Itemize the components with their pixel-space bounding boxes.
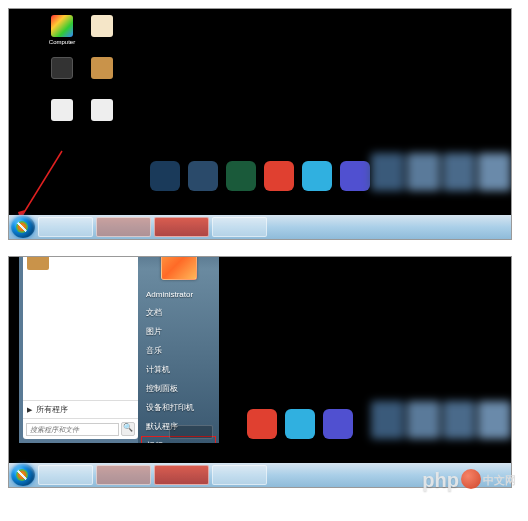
start-menu-right: Administrator 文档 图片 音乐 计算机 控制面板 设备和打印机 默…	[138, 256, 219, 443]
start-menu: ▶ 所有程序 🔍 Administrator 文档 图片 音乐 计算机 控制面板…	[19, 256, 219, 443]
menu-music[interactable]: 音乐	[138, 341, 219, 360]
start-menu-left: ▶ 所有程序 🔍	[23, 256, 138, 439]
search-input[interactable]	[26, 423, 119, 436]
arrow-icon: ▶	[27, 406, 32, 414]
menu-devices[interactable]: 设备和打印机	[138, 398, 219, 417]
tray-blur	[371, 401, 511, 439]
dock-item[interactable]	[323, 409, 353, 439]
tray-blur	[371, 153, 511, 191]
watermark: php 中文网	[422, 469, 516, 492]
dock-item[interactable]	[285, 409, 315, 439]
dock-item[interactable]	[247, 409, 277, 439]
dock-item[interactable]	[302, 161, 332, 191]
desktop-icon[interactable]	[47, 57, 77, 81]
menu-pictures[interactable]: 图片	[138, 322, 219, 341]
watermark-logo-icon	[461, 469, 481, 489]
app-icon	[51, 15, 73, 37]
all-programs[interactable]: ▶ 所有程序	[23, 400, 138, 418]
desktop-icon[interactable]: Computer	[47, 15, 77, 46]
dock-item[interactable]	[188, 161, 218, 191]
taskbar-item[interactable]	[154, 217, 209, 237]
screenshot-desktop: Computer	[8, 8, 512, 240]
taskbar-item[interactable]	[38, 217, 93, 237]
taskbar-item[interactable]	[212, 217, 267, 237]
search-box: 🔍	[23, 418, 138, 439]
dock-item[interactable]	[150, 161, 180, 191]
menu-control-panel[interactable]: 控制面板	[138, 379, 219, 398]
cloud-icon	[51, 99, 73, 121]
desktop-icon[interactable]	[87, 15, 117, 39]
search-button[interactable]: 🔍	[121, 422, 135, 436]
menu-computer[interactable]: 计算机	[138, 360, 219, 379]
desktop-icon[interactable]	[87, 57, 117, 81]
app-icon	[51, 57, 73, 79]
shutdown-button[interactable]	[169, 425, 213, 439]
desktop[interactable]: Computer	[9, 9, 511, 215]
desktop[interactable]: ▶ 所有程序 🔍 Administrator 文档 图片 音乐 计算机 控制面板…	[9, 257, 511, 463]
app-icon	[91, 99, 113, 121]
taskbar-item[interactable]	[96, 217, 151, 237]
dock-item[interactable]	[340, 161, 370, 191]
dock-item[interactable]	[226, 161, 256, 191]
user-name[interactable]: Administrator	[138, 286, 219, 303]
start-button[interactable]	[11, 216, 35, 238]
start-button[interactable]	[11, 464, 35, 486]
taskbar-item[interactable]	[96, 465, 151, 485]
watermark-brand: php	[422, 469, 459, 492]
screenshot-start-menu: ▶ 所有程序 🔍 Administrator 文档 图片 音乐 计算机 控制面板…	[8, 256, 512, 488]
taskbar	[9, 215, 511, 239]
watermark-text: 中文网	[483, 473, 516, 488]
app-icon	[91, 15, 113, 37]
desktop-icon[interactable]	[47, 99, 77, 123]
all-programs-label: 所有程序	[36, 404, 68, 415]
menu-documents[interactable]: 文档	[138, 303, 219, 322]
taskbar-item[interactable]	[212, 465, 267, 485]
taskbar-item[interactable]	[154, 465, 209, 485]
dock-item[interactable]	[264, 161, 294, 191]
user-avatar[interactable]	[161, 256, 197, 280]
programs-list	[23, 256, 138, 400]
app-icon	[91, 57, 113, 79]
taskbar-item[interactable]	[38, 465, 93, 485]
program-icon[interactable]	[27, 256, 49, 270]
desktop-icon[interactable]	[87, 99, 117, 123]
